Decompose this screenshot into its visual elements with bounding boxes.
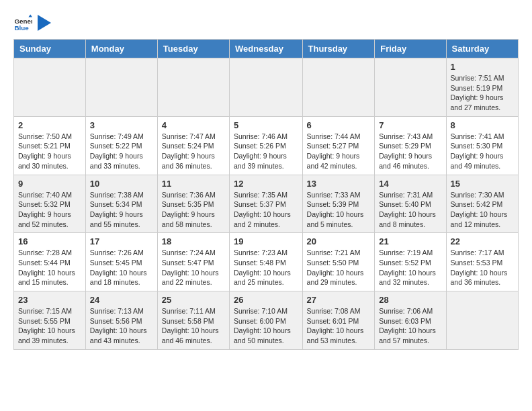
day-info: Sunrise: 7:35 AM Sunset: 5:37 PM Dayligh…	[234, 190, 298, 230]
day-number: 10	[90, 179, 153, 189]
calendar-cell: 3Sunrise: 7:49 AM Sunset: 5:22 PM Daylig…	[85, 116, 157, 175]
day-info: Sunrise: 7:08 AM Sunset: 6:01 PM Dayligh…	[307, 306, 371, 346]
day-info: Sunrise: 7:28 AM Sunset: 5:44 PM Dayligh…	[18, 248, 81, 287]
weekday-header: Monday	[85, 40, 157, 58]
calendar-cell: 14Sunrise: 7:31 AM Sunset: 5:40 PM Dayli…	[375, 175, 446, 233]
day-number: 26	[234, 295, 298, 305]
day-number: 19	[234, 236, 298, 246]
day-number: 25	[162, 295, 225, 305]
day-number: 16	[18, 236, 81, 246]
calendar-cell	[157, 58, 229, 117]
day-number: 9	[18, 179, 81, 189]
calendar-cell: 28Sunrise: 7:06 AM Sunset: 6:03 PM Dayli…	[375, 291, 446, 350]
day-number: 6	[307, 120, 371, 130]
day-info: Sunrise: 7:17 AM Sunset: 5:53 PM Dayligh…	[451, 248, 514, 287]
calendar-table: SundayMondayTuesdayWednesdayThursdayFrid…	[13, 39, 519, 350]
day-number: 23	[18, 295, 81, 305]
day-info: Sunrise: 7:40 AM Sunset: 5:32 PM Dayligh…	[18, 190, 81, 230]
calendar-cell: 12Sunrise: 7:35 AM Sunset: 5:37 PM Dayli…	[230, 175, 303, 233]
weekday-header: Tuesday	[157, 40, 229, 58]
day-info: Sunrise: 7:06 AM Sunset: 6:03 PM Dayligh…	[379, 306, 441, 346]
logo-icon: General Blue	[13, 13, 32, 32]
svg-marker-2	[28, 14, 32, 17]
day-number: 11	[162, 179, 225, 189]
day-info: Sunrise: 7:31 AM Sunset: 5:40 PM Dayligh…	[379, 190, 441, 230]
calendar-cell: 16Sunrise: 7:28 AM Sunset: 5:44 PM Dayli…	[14, 233, 86, 291]
calendar-cell: 26Sunrise: 7:10 AM Sunset: 6:00 PM Dayli…	[230, 291, 303, 350]
day-number: 13	[307, 179, 371, 189]
day-info: Sunrise: 7:26 AM Sunset: 5:45 PM Dayligh…	[90, 248, 153, 287]
day-info: Sunrise: 7:44 AM Sunset: 5:27 PM Dayligh…	[307, 132, 371, 171]
weekday-header: Wednesday	[230, 40, 303, 58]
calendar-cell: 7Sunrise: 7:43 AM Sunset: 5:29 PM Daylig…	[375, 116, 446, 175]
day-number: 17	[90, 236, 153, 246]
day-number: 20	[307, 236, 371, 246]
calendar-cell: 2Sunrise: 7:50 AM Sunset: 5:21 PM Daylig…	[14, 116, 86, 175]
calendar-cell: 13Sunrise: 7:33 AM Sunset: 5:39 PM Dayli…	[302, 175, 375, 233]
day-number: 15	[451, 179, 514, 189]
calendar-cell: 11Sunrise: 7:36 AM Sunset: 5:35 PM Dayli…	[157, 175, 229, 233]
calendar-cell	[14, 58, 86, 117]
calendar-cell: 9Sunrise: 7:40 AM Sunset: 5:32 PM Daylig…	[14, 175, 86, 233]
calendar-cell: 24Sunrise: 7:13 AM Sunset: 5:56 PM Dayli…	[85, 291, 157, 350]
day-number: 27	[307, 295, 371, 305]
weekday-header: Sunday	[14, 40, 86, 58]
calendar-cell: 15Sunrise: 7:30 AM Sunset: 5:42 PM Dayli…	[446, 175, 518, 233]
svg-marker-3	[38, 15, 51, 31]
day-number: 12	[234, 179, 298, 189]
day-info: Sunrise: 7:47 AM Sunset: 5:24 PM Dayligh…	[162, 132, 225, 171]
day-info: Sunrise: 7:23 AM Sunset: 5:48 PM Dayligh…	[234, 248, 298, 287]
day-info: Sunrise: 7:13 AM Sunset: 5:56 PM Dayligh…	[90, 306, 153, 346]
calendar-cell: 19Sunrise: 7:23 AM Sunset: 5:48 PM Dayli…	[230, 233, 303, 291]
page-header: General Blue	[13, 13, 519, 32]
calendar-cell	[230, 58, 303, 117]
day-number: 18	[162, 236, 225, 246]
logo-arrow-icon	[38, 15, 51, 31]
day-info: Sunrise: 7:11 AM Sunset: 5:58 PM Dayligh…	[162, 306, 225, 346]
day-info: Sunrise: 7:10 AM Sunset: 6:00 PM Dayligh…	[234, 306, 298, 346]
day-info: Sunrise: 7:49 AM Sunset: 5:22 PM Dayligh…	[90, 132, 153, 171]
calendar-cell: 20Sunrise: 7:21 AM Sunset: 5:50 PM Dayli…	[302, 233, 375, 291]
day-info: Sunrise: 7:46 AM Sunset: 5:26 PM Dayligh…	[234, 132, 298, 171]
day-info: Sunrise: 7:43 AM Sunset: 5:29 PM Dayligh…	[379, 132, 441, 171]
calendar-cell: 21Sunrise: 7:19 AM Sunset: 5:52 PM Dayli…	[375, 233, 446, 291]
day-number: 28	[379, 295, 441, 305]
calendar-cell: 6Sunrise: 7:44 AM Sunset: 5:27 PM Daylig…	[302, 116, 375, 175]
day-info: Sunrise: 7:24 AM Sunset: 5:47 PM Dayligh…	[162, 248, 225, 287]
day-number: 21	[379, 236, 441, 246]
day-info: Sunrise: 7:19 AM Sunset: 5:52 PM Dayligh…	[379, 248, 441, 287]
day-info: Sunrise: 7:50 AM Sunset: 5:21 PM Dayligh…	[18, 132, 81, 171]
day-info: Sunrise: 7:41 AM Sunset: 5:30 PM Dayligh…	[451, 132, 514, 171]
calendar-cell: 17Sunrise: 7:26 AM Sunset: 5:45 PM Dayli…	[85, 233, 157, 291]
day-info: Sunrise: 7:15 AM Sunset: 5:55 PM Dayligh…	[18, 306, 81, 346]
calendar-cell	[375, 58, 446, 117]
day-number: 22	[451, 236, 514, 246]
calendar-cell	[302, 58, 375, 117]
calendar-cell	[85, 58, 157, 117]
calendar-cell: 18Sunrise: 7:24 AM Sunset: 5:47 PM Dayli…	[157, 233, 229, 291]
calendar-cell: 25Sunrise: 7:11 AM Sunset: 5:58 PM Dayli…	[157, 291, 229, 350]
weekday-header: Thursday	[302, 40, 375, 58]
logo: General Blue	[13, 13, 51, 32]
day-info: Sunrise: 7:33 AM Sunset: 5:39 PM Dayligh…	[307, 190, 371, 230]
day-info: Sunrise: 7:36 AM Sunset: 5:35 PM Dayligh…	[162, 190, 225, 230]
day-info: Sunrise: 7:51 AM Sunset: 5:19 PM Dayligh…	[451, 73, 514, 113]
day-number: 24	[90, 295, 153, 305]
day-number: 8	[451, 120, 514, 130]
calendar-cell: 1Sunrise: 7:51 AM Sunset: 5:19 PM Daylig…	[446, 58, 518, 117]
calendar-cell: 8Sunrise: 7:41 AM Sunset: 5:30 PM Daylig…	[446, 116, 518, 175]
day-number: 4	[162, 120, 225, 130]
weekday-header: Friday	[375, 40, 446, 58]
day-info: Sunrise: 7:21 AM Sunset: 5:50 PM Dayligh…	[307, 248, 371, 287]
day-number: 1	[451, 62, 514, 72]
calendar-cell: 5Sunrise: 7:46 AM Sunset: 5:26 PM Daylig…	[230, 116, 303, 175]
calendar-cell: 4Sunrise: 7:47 AM Sunset: 5:24 PM Daylig…	[157, 116, 229, 175]
calendar-cell	[446, 291, 518, 350]
calendar-cell: 23Sunrise: 7:15 AM Sunset: 5:55 PM Dayli…	[14, 291, 86, 350]
calendar-cell: 10Sunrise: 7:38 AM Sunset: 5:34 PM Dayli…	[85, 175, 157, 233]
day-number: 5	[234, 120, 298, 130]
day-number: 3	[90, 120, 153, 130]
day-number: 14	[379, 179, 441, 189]
svg-text:Blue: Blue	[14, 24, 29, 32]
day-info: Sunrise: 7:38 AM Sunset: 5:34 PM Dayligh…	[90, 190, 153, 230]
